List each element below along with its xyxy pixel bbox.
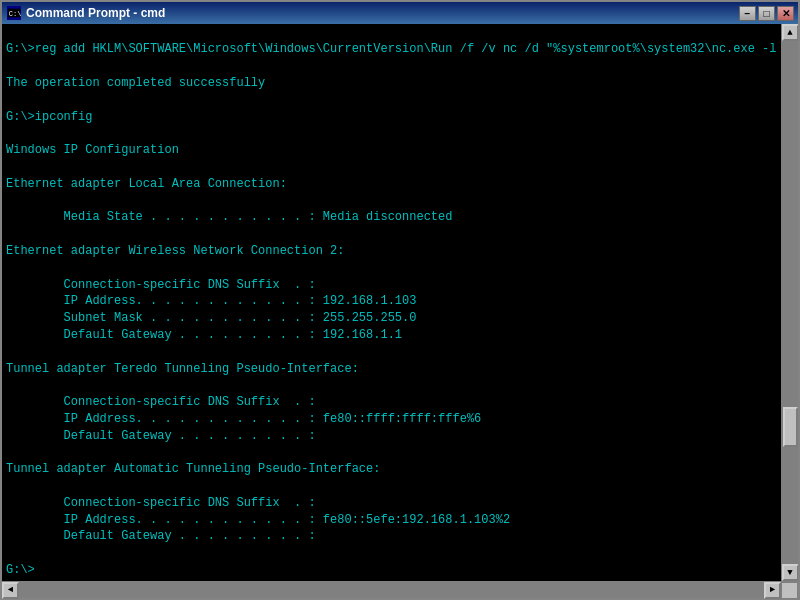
terminal-line: G:\>: [6, 562, 777, 579]
title-bar-buttons: − □ ✕: [739, 6, 794, 21]
window: C:\ Command Prompt - cmd − □ ✕ Microsoft…: [0, 0, 800, 600]
terminal-line: [6, 444, 777, 461]
terminal-line: Windows IP Configuration: [6, 142, 777, 159]
maximize-button[interactable]: □: [758, 6, 775, 21]
terminal-line: Connection-specific DNS Suffix . :: [6, 495, 777, 512]
minimize-button[interactable]: −: [739, 6, 756, 21]
scroll-down-button[interactable]: ▼: [782, 564, 799, 581]
svg-text:C:\: C:\: [9, 10, 21, 18]
terminal-line: Connection-specific DNS Suffix . :: [6, 394, 777, 411]
terminal-line: [6, 377, 777, 394]
terminal-line: G:\>reg add HKLM\SOFTWARE\Microsoft\Wind…: [6, 41, 777, 58]
terminal-line: Media State . . . . . . . . . . . : Medi…: [6, 209, 777, 226]
terminal-line: [6, 92, 777, 109]
terminal-line: [6, 125, 777, 142]
terminal-line: Tunnel adapter Teredo Tunneling Pseudo-I…: [6, 361, 777, 378]
terminal-line: IP Address. . . . . . . . . . . . : fe80…: [6, 512, 777, 529]
terminal-line: Subnet Mask . . . . . . . . . . . : 255.…: [6, 310, 777, 327]
scroll-thumb[interactable]: [783, 407, 798, 447]
terminal-content[interactable]: Microsoft Windows XP [Version 5.1.2600](…: [2, 24, 781, 581]
vertical-scrollbar[interactable]: ▲ ▼: [781, 24, 798, 581]
terminal-line: Default Gateway . . . . . . . . . : 192.…: [6, 327, 777, 344]
terminal-line: Default Gateway . . . . . . . . . :: [6, 428, 777, 445]
terminal-line: Default Gateway . . . . . . . . . :: [6, 528, 777, 545]
scroll-right-button[interactable]: ►: [764, 582, 781, 599]
scroll-up-button[interactable]: ▲: [782, 24, 799, 41]
terminal-line: [6, 478, 777, 495]
scroll-left-button[interactable]: ◄: [2, 582, 19, 599]
terminal-line: [6, 226, 777, 243]
terminal-line: IP Address. . . . . . . . . . . . : 192.…: [6, 293, 777, 310]
terminal-line: [6, 159, 777, 176]
terminal-line: Connection-specific DNS Suffix . :: [6, 277, 777, 294]
horizontal-scrollbar[interactable]: ◄ ►: [2, 581, 798, 598]
terminal-body: Microsoft Windows XP [Version 5.1.2600](…: [2, 24, 798, 581]
terminal-line: IP Address. . . . . . . . . . . . : fe80…: [6, 411, 777, 428]
terminal-line: G:\>ipconfig: [6, 109, 777, 126]
terminal-line: Ethernet adapter Local Area Connection:: [6, 176, 777, 193]
terminal-line: [6, 58, 777, 75]
terminal-line: The operation completed successfully: [6, 75, 777, 92]
terminal-line: [6, 193, 777, 210]
scroll-track[interactable]: [782, 41, 798, 564]
title-bar: C:\ Command Prompt - cmd − □ ✕: [2, 2, 798, 24]
terminal-line: [6, 545, 777, 562]
terminal-line: [6, 260, 777, 277]
terminal-line: Ethernet adapter Wireless Network Connec…: [6, 243, 777, 260]
scroll-corner: [781, 582, 798, 599]
close-button[interactable]: ✕: [777, 6, 794, 21]
title-text: Command Prompt - cmd: [26, 6, 165, 20]
title-bar-left: C:\ Command Prompt - cmd: [6, 5, 165, 21]
terminal-line: [6, 25, 777, 42]
h-scroll-track[interactable]: [19, 582, 764, 598]
terminal-line: [6, 344, 777, 361]
cmd-icon: C:\: [6, 5, 22, 21]
terminal-line: Tunnel adapter Automatic Tunneling Pseud…: [6, 461, 777, 478]
